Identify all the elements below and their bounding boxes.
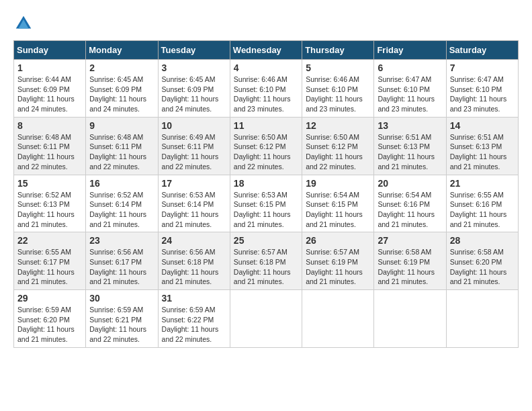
day-number: 11 [234, 120, 298, 131]
calendar-day-2: 2 Sunrise: 6:45 AMSunset: 6:09 PMDayligh… [86, 60, 158, 118]
day-info: Sunrise: 6:47 AMSunset: 6:10 PMDaylight:… [378, 75, 442, 114]
calendar-header-row: SundayMondayTuesdayWednesdayThursdayFrid… [14, 41, 519, 60]
calendar-week-row-3: 15 Sunrise: 6:52 AMSunset: 6:13 PMDaylig… [14, 175, 519, 232]
day-info: Sunrise: 6:54 AMSunset: 6:15 PMDaylight:… [306, 190, 370, 230]
calendar-day-3: 3 Sunrise: 6:45 AMSunset: 6:09 PMDayligh… [158, 60, 230, 118]
calendar-header-friday: Friday [374, 41, 446, 60]
day-number: 5 [306, 62, 370, 73]
day-number: 24 [162, 235, 226, 246]
day-info: Sunrise: 6:55 AMSunset: 6:17 PMDaylight:… [17, 247, 82, 287]
calendar-day-10: 10 Sunrise: 6:49 AMSunset: 6:11 PMDaylig… [158, 117, 230, 175]
calendar-day-27: 27 Sunrise: 6:58 AMSunset: 6:19 PMDaylig… [374, 232, 446, 290]
calendar-week-row-5: 29 Sunrise: 6:59 AMSunset: 6:20 PMDaylig… [14, 290, 519, 348]
calendar-day-5: 5 Sunrise: 6:46 AMSunset: 6:10 PMDayligh… [302, 60, 374, 118]
day-info: Sunrise: 6:53 AMSunset: 6:15 PMDaylight:… [234, 190, 298, 230]
day-number: 9 [89, 120, 154, 131]
day-number: 29 [17, 293, 82, 304]
day-info: Sunrise: 6:59 AMSunset: 6:22 PMDaylight:… [162, 305, 226, 345]
day-number: 16 [89, 178, 154, 189]
day-info: Sunrise: 6:56 AMSunset: 6:17 PMDaylight:… [89, 247, 154, 287]
calendar-empty-cell [374, 290, 446, 348]
day-number: 21 [450, 178, 515, 189]
day-number: 14 [450, 120, 515, 131]
day-info: Sunrise: 6:55 AMSunset: 6:16 PMDaylight:… [450, 190, 515, 230]
day-number: 3 [162, 62, 226, 73]
calendar-empty-cell [446, 290, 518, 348]
day-info: Sunrise: 6:59 AMSunset: 6:21 PMDaylight:… [89, 305, 154, 345]
calendar-day-23: 23 Sunrise: 6:56 AMSunset: 6:17 PMDaylig… [86, 232, 158, 290]
day-info: Sunrise: 6:46 AMSunset: 6:10 PMDaylight:… [306, 75, 370, 114]
calendar-header-saturday: Saturday [446, 41, 518, 60]
day-info: Sunrise: 6:50 AMSunset: 6:12 PMDaylight:… [306, 132, 370, 172]
day-info: Sunrise: 6:57 AMSunset: 6:18 PMDaylight:… [234, 247, 298, 287]
calendar-day-22: 22 Sunrise: 6:55 AMSunset: 6:17 PMDaylig… [14, 232, 86, 290]
calendar-header-thursday: Thursday [302, 41, 374, 60]
day-number: 17 [162, 178, 226, 189]
calendar-day-4: 4 Sunrise: 6:46 AMSunset: 6:10 PMDayligh… [230, 60, 302, 118]
day-number: 4 [234, 62, 298, 73]
calendar-day-15: 15 Sunrise: 6:52 AMSunset: 6:13 PMDaylig… [14, 175, 86, 232]
day-number: 8 [17, 120, 82, 131]
day-number: 6 [378, 62, 442, 73]
calendar-day-26: 26 Sunrise: 6:57 AMSunset: 6:19 PMDaylig… [302, 232, 374, 290]
calendar-empty-cell [230, 290, 302, 348]
page-header [13, 13, 519, 34]
day-number: 2 [89, 62, 154, 73]
calendar-week-row-1: 1 Sunrise: 6:44 AMSunset: 6:09 PMDayligh… [14, 60, 519, 118]
calendar-header-sunday: Sunday [14, 41, 86, 60]
day-number: 28 [450, 235, 515, 246]
calendar-day-13: 13 Sunrise: 6:51 AMSunset: 6:13 PMDaylig… [374, 117, 446, 175]
day-number: 1 [17, 62, 82, 73]
calendar-day-17: 17 Sunrise: 6:53 AMSunset: 6:14 PMDaylig… [158, 175, 230, 232]
day-number: 27 [378, 235, 442, 246]
day-info: Sunrise: 6:54 AMSunset: 6:16 PMDaylight:… [378, 190, 442, 230]
day-number: 12 [306, 120, 370, 131]
calendar-header-tuesday: Tuesday [158, 41, 230, 60]
calendar-week-row-2: 8 Sunrise: 6:48 AMSunset: 6:11 PMDayligh… [14, 117, 519, 175]
calendar-day-21: 21 Sunrise: 6:55 AMSunset: 6:16 PMDaylig… [446, 175, 518, 232]
calendar-day-20: 20 Sunrise: 6:54 AMSunset: 6:16 PMDaylig… [374, 175, 446, 232]
day-number: 26 [306, 235, 370, 246]
day-info: Sunrise: 6:51 AMSunset: 6:13 PMDaylight:… [378, 132, 442, 172]
day-info: Sunrise: 6:56 AMSunset: 6:18 PMDaylight:… [162, 247, 226, 287]
day-info: Sunrise: 6:58 AMSunset: 6:19 PMDaylight:… [378, 247, 442, 287]
day-number: 23 [89, 235, 154, 246]
day-number: 15 [17, 178, 82, 189]
calendar-header-monday: Monday [86, 41, 158, 60]
calendar-day-29: 29 Sunrise: 6:59 AMSunset: 6:20 PMDaylig… [14, 290, 86, 348]
day-info: Sunrise: 6:59 AMSunset: 6:20 PMDaylight:… [17, 305, 82, 345]
day-number: 22 [17, 235, 82, 246]
day-number: 31 [162, 293, 226, 304]
calendar-day-24: 24 Sunrise: 6:56 AMSunset: 6:18 PMDaylig… [158, 232, 230, 290]
day-info: Sunrise: 6:45 AMSunset: 6:09 PMDaylight:… [162, 75, 226, 114]
day-info: Sunrise: 6:53 AMSunset: 6:14 PMDaylight:… [162, 190, 226, 230]
calendar-day-11: 11 Sunrise: 6:50 AMSunset: 6:12 PMDaylig… [230, 117, 302, 175]
calendar-day-16: 16 Sunrise: 6:52 AMSunset: 6:14 PMDaylig… [86, 175, 158, 232]
calendar-day-25: 25 Sunrise: 6:57 AMSunset: 6:18 PMDaylig… [230, 232, 302, 290]
calendar-header-wednesday: Wednesday [230, 41, 302, 60]
calendar-day-9: 9 Sunrise: 6:48 AMSunset: 6:11 PMDayligh… [86, 117, 158, 175]
calendar-day-1: 1 Sunrise: 6:44 AMSunset: 6:09 PMDayligh… [14, 60, 86, 118]
logo [13, 13, 36, 34]
day-number: 20 [378, 178, 442, 189]
day-info: Sunrise: 6:49 AMSunset: 6:11 PMDaylight:… [162, 132, 226, 172]
calendar-day-14: 14 Sunrise: 6:51 AMSunset: 6:13 PMDaylig… [446, 117, 518, 175]
day-number: 30 [89, 293, 154, 304]
calendar-day-19: 19 Sunrise: 6:54 AMSunset: 6:15 PMDaylig… [302, 175, 374, 232]
day-info: Sunrise: 6:44 AMSunset: 6:09 PMDaylight:… [17, 75, 82, 114]
day-number: 25 [234, 235, 298, 246]
calendar-day-28: 28 Sunrise: 6:58 AMSunset: 6:20 PMDaylig… [446, 232, 518, 290]
day-info: Sunrise: 6:52 AMSunset: 6:14 PMDaylight:… [89, 190, 154, 230]
calendar-table: SundayMondayTuesdayWednesdayThursdayFrid… [13, 40, 519, 348]
calendar-day-18: 18 Sunrise: 6:53 AMSunset: 6:15 PMDaylig… [230, 175, 302, 232]
day-number: 7 [450, 62, 515, 73]
day-number: 10 [162, 120, 226, 131]
day-info: Sunrise: 6:48 AMSunset: 6:11 PMDaylight:… [89, 132, 154, 172]
calendar-day-12: 12 Sunrise: 6:50 AMSunset: 6:12 PMDaylig… [302, 117, 374, 175]
calendar-day-6: 6 Sunrise: 6:47 AMSunset: 6:10 PMDayligh… [374, 60, 446, 118]
calendar-day-7: 7 Sunrise: 6:47 AMSunset: 6:10 PMDayligh… [446, 60, 518, 118]
day-info: Sunrise: 6:45 AMSunset: 6:09 PMDaylight:… [89, 75, 154, 114]
day-number: 13 [378, 120, 442, 131]
day-info: Sunrise: 6:57 AMSunset: 6:19 PMDaylight:… [306, 247, 370, 287]
calendar-day-30: 30 Sunrise: 6:59 AMSunset: 6:21 PMDaylig… [86, 290, 158, 348]
